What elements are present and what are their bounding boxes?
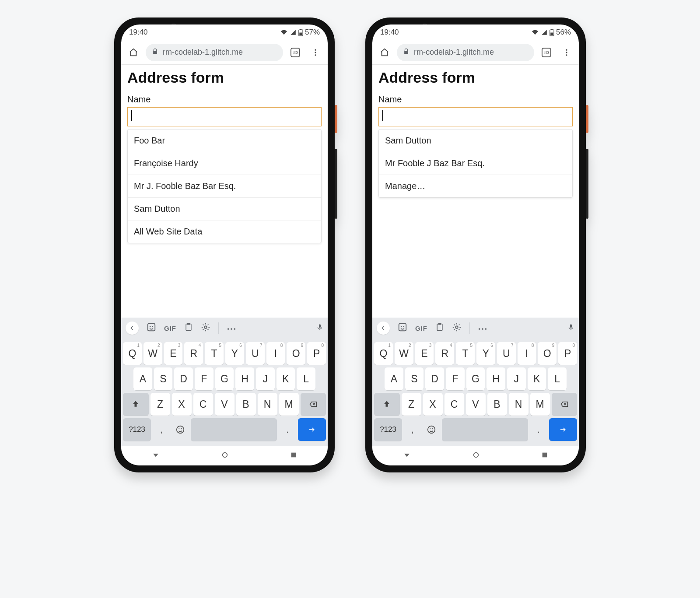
settings-icon[interactable] (452, 322, 462, 334)
key-o[interactable]: O9 (538, 342, 556, 365)
autofill-option[interactable]: Manage… (379, 175, 572, 197)
key-v[interactable]: V (466, 393, 486, 416)
mic-icon[interactable] (316, 322, 323, 334)
key-y[interactable]: Y6 (476, 342, 495, 365)
key-a[interactable]: A (385, 367, 403, 390)
emoji-key[interactable] (172, 418, 189, 441)
key-j[interactable]: J (507, 367, 526, 390)
key-x[interactable]: X (423, 393, 443, 416)
gif-button[interactable]: GIF (415, 325, 427, 332)
autofill-option[interactable]: Françoise Hardy (128, 152, 321, 175)
key-l[interactable]: L (548, 367, 567, 390)
shift-key[interactable] (123, 393, 149, 416)
key-?123[interactable]: ?123 (374, 418, 402, 441)
key-c[interactable]: C (444, 393, 464, 416)
key-.[interactable]: . (530, 418, 547, 441)
shift-key[interactable] (374, 393, 400, 416)
nav-back-icon[interactable] (403, 451, 411, 461)
nav-home-icon[interactable] (472, 451, 480, 461)
more-icon[interactable] (478, 324, 487, 333)
key-w[interactable]: W2 (395, 342, 413, 365)
key-v[interactable]: V (215, 393, 234, 416)
gif-button[interactable]: GIF (164, 325, 176, 332)
key-r[interactable]: R4 (435, 342, 454, 365)
key-a[interactable]: A (133, 367, 152, 390)
home-button[interactable] (126, 45, 141, 60)
name-input[interactable] (127, 107, 322, 126)
key-u[interactable]: U7 (497, 342, 516, 365)
key-z[interactable]: Z (150, 393, 170, 416)
sticker-icon[interactable] (147, 322, 156, 334)
autofill-option[interactable]: Mr J. Fooble Baz Bar Esq. (128, 175, 321, 198)
key-h[interactable]: H (486, 367, 505, 390)
key-r[interactable]: R4 (184, 342, 203, 365)
key-k[interactable]: K (528, 367, 546, 390)
key-u[interactable]: U7 (246, 342, 265, 365)
key-b[interactable]: B (236, 393, 256, 416)
key-q[interactable]: Q1 (123, 342, 142, 365)
key-s[interactable]: S (405, 367, 424, 390)
autofill-option[interactable]: Foo Bar (128, 129, 321, 152)
key-f[interactable]: F (446, 367, 465, 390)
backspace-key[interactable] (301, 393, 326, 416)
keyboard-collapse-button[interactable] (126, 322, 139, 335)
tabs-button[interactable]: :D (539, 45, 554, 60)
nav-home-icon[interactable] (221, 451, 229, 461)
key-m[interactable]: M (279, 393, 299, 416)
key-t[interactable]: T5 (456, 342, 475, 365)
key-f[interactable]: F (195, 367, 214, 390)
key-y[interactable]: Y6 (225, 342, 244, 365)
key-g[interactable]: G (215, 367, 234, 390)
keyboard-collapse-button[interactable] (377, 322, 390, 335)
key-,[interactable]: , (404, 418, 421, 441)
key-s[interactable]: S (154, 367, 173, 390)
tabs-button[interactable]: :D (287, 45, 303, 60)
clipboard-icon[interactable] (435, 322, 444, 334)
mic-icon[interactable] (567, 322, 574, 334)
key-t[interactable]: T5 (205, 342, 224, 365)
enter-key[interactable] (549, 418, 577, 441)
key-e[interactable]: E3 (415, 342, 434, 365)
autofill-option[interactable]: Sam Dutton (128, 198, 321, 220)
key-d[interactable]: D (174, 367, 193, 390)
menu-button[interactable] (308, 45, 323, 60)
name-input[interactable] (378, 107, 573, 126)
key-n[interactable]: N (258, 393, 277, 416)
nav-back-icon[interactable] (152, 451, 160, 461)
key-p[interactable]: P0 (558, 342, 577, 365)
key-w[interactable]: W2 (144, 342, 162, 365)
key-b[interactable]: B (487, 393, 507, 416)
menu-button[interactable] (559, 45, 574, 60)
home-button[interactable] (377, 45, 392, 60)
sticker-icon[interactable] (398, 322, 407, 334)
key-q[interactable]: Q1 (374, 342, 393, 365)
nav-recents-icon[interactable] (541, 451, 548, 460)
key-?123[interactable]: ?123 (123, 418, 151, 441)
key-h[interactable]: H (235, 367, 254, 390)
url-bar[interactable]: rm-codelab-1.glitch.me (146, 44, 283, 61)
key-p[interactable]: P0 (307, 342, 326, 365)
enter-key[interactable] (298, 418, 326, 441)
key-,[interactable]: , (153, 418, 170, 441)
autofill-option[interactable]: Mr Fooble J Baz Bar Esq. (379, 152, 572, 175)
key-e[interactable]: E3 (164, 342, 183, 365)
url-bar[interactable]: rm-codelab-1.glitch.me (397, 44, 534, 61)
key-i[interactable]: I8 (266, 342, 285, 365)
key-m[interactable]: M (530, 393, 550, 416)
emoji-key[interactable] (423, 418, 440, 441)
key-o[interactable]: O9 (287, 342, 305, 365)
key-d[interactable]: D (425, 367, 444, 390)
key-k[interactable]: K (276, 367, 295, 390)
key-n[interactable]: N (509, 393, 528, 416)
key-j[interactable]: J (256, 367, 275, 390)
autofill-option[interactable]: Sam Dutton (379, 129, 572, 152)
nav-recents-icon[interactable] (290, 451, 297, 460)
key-i[interactable]: I8 (518, 342, 536, 365)
key-.[interactable]: . (279, 418, 296, 441)
key-z[interactable]: Z (402, 393, 421, 416)
key-x[interactable]: X (172, 393, 192, 416)
settings-icon[interactable] (201, 322, 210, 334)
backspace-key[interactable] (552, 393, 578, 416)
key-space[interactable] (191, 418, 277, 441)
more-icon[interactable] (227, 324, 236, 333)
